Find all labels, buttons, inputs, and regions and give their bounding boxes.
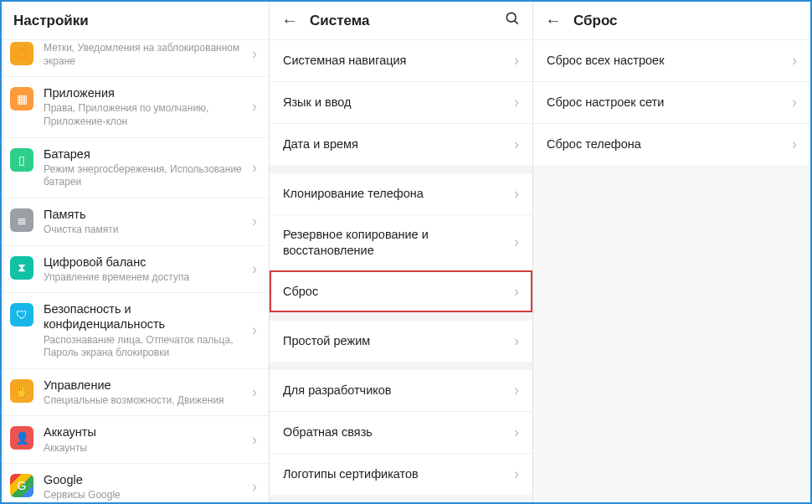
row-subtitle: Метки, Уведомления на заблокированном эк… [44, 42, 247, 68]
row-subtitle: Права, Приложения по умолчанию, Приложен… [44, 102, 247, 128]
settings-row-battery[interactable]: ▯БатареяРежим энергосбережения, Использо… [2, 137, 269, 198]
security-icon: 🛡 [10, 303, 33, 327]
row-title: Google [44, 472, 247, 487]
chevron-right-icon: › [792, 52, 797, 69]
chevron-right-icon: › [792, 94, 797, 111]
accounts-icon: 👤 [10, 426, 33, 450]
battery-icon: ▯ [10, 148, 33, 172]
back-icon[interactable]: ← [281, 11, 298, 30]
settings-row-memory[interactable]: ≣ПамятьОчистка памяти› [2, 198, 269, 245]
memory-icon: ≣ [10, 208, 33, 232]
row-label: Для разработчиков [283, 383, 514, 399]
row-subtitle: Аккаунты [44, 442, 247, 455]
settings-row-accounts[interactable]: 👤АккаунтыАккаунты› [2, 415, 269, 463]
system-row-feedback[interactable]: Обратная связь› [270, 411, 532, 453]
row-label: Резервное копирование и восстановление [283, 227, 514, 259]
system-row-backup[interactable]: Резервное копирование и восстановление› [270, 214, 532, 270]
row-label: Сброс настроек сети [547, 95, 792, 111]
row-title: Безопасность и конфиденциальность [44, 301, 247, 332]
row-subtitle: Очистка памяти [44, 224, 247, 237]
back-icon[interactable]: ← [545, 11, 562, 30]
chevron-right-icon: › [792, 136, 797, 153]
chevron-right-icon: › [514, 234, 519, 251]
system-row-reset[interactable]: Сброс› [270, 270, 532, 312]
reset-row-reset-phone[interactable]: Сброс телефона› [533, 123, 810, 165]
lockscreen-icon: 🔆 [10, 42, 33, 65]
system-row-nav[interactable]: Системная навигация› [270, 40, 532, 81]
pane1-header: Настройки [2, 2, 269, 40]
settings-row-control[interactable]: ✋УправлениеСпециальные возможности, Движ… [2, 368, 269, 416]
apps-icon: ▦ [10, 87, 33, 111]
chevron-right-icon: › [252, 98, 257, 116]
row-subtitle: Распознавание лица, Отпечаток пальца, Па… [44, 334, 247, 360]
search-icon[interactable] [504, 10, 521, 31]
chevron-right-icon: › [252, 159, 257, 177]
settings-list: 🔆Метки, Уведомления на заблокированном э… [2, 40, 269, 502]
pane2-title: Система [310, 13, 370, 29]
row-label: Простой режим [283, 333, 514, 349]
digital-icon: ⧗ [10, 256, 33, 280]
pane3-header: ← Сброс [533, 2, 810, 40]
chevron-right-icon: › [252, 383, 257, 401]
row-title: Память [44, 207, 247, 222]
row-label: Сброс [283, 284, 514, 300]
system-row-simple[interactable]: Простой режим› [270, 321, 532, 362]
row-label: Язык и ввод [283, 95, 514, 111]
row-label: Клонирование телефона [283, 186, 514, 202]
row-label: Дата и время [283, 136, 514, 152]
row-label: Системная навигация [283, 53, 514, 69]
row-subtitle: Специальные возможности, Движения [44, 394, 247, 408]
chevron-right-icon: › [252, 45, 257, 63]
system-row-certs[interactable]: Логотипы сертификатов› [270, 453, 532, 495]
svg-point-0 [506, 13, 516, 22]
svg-line-1 [515, 21, 518, 24]
system-row-dev[interactable]: Для разработчиков› [270, 370, 532, 411]
system-list: Системная навигация›Язык и ввод›Дата и в… [270, 40, 532, 502]
chevron-right-icon: › [514, 465, 519, 483]
settings-row-digital[interactable]: ⧗Цифровой балансУправление временем дост… [2, 245, 269, 293]
row-subtitle: Сервисы Google [44, 489, 247, 502]
row-label: Логотипы сертификатов [283, 466, 514, 482]
chevron-right-icon: › [252, 213, 257, 230]
chevron-right-icon: › [514, 185, 519, 203]
row-title: Батарея [44, 147, 247, 162]
settings-row-security[interactable]: 🛡Безопасность и конфиденциальностьРаспоз… [2, 292, 269, 368]
row-title: Управление [44, 378, 247, 393]
row-label: Сброс всех настроек [547, 53, 792, 69]
chevron-right-icon: › [514, 94, 519, 111]
row-label: Обратная связь [283, 424, 514, 440]
row-label: Сброс телефона [547, 136, 792, 152]
settings-row-google[interactable]: GGoogleСервисы Google› [2, 463, 269, 502]
chevron-right-icon: › [514, 424, 519, 441]
row-title: Цифровой баланс [44, 255, 247, 270]
system-row-date[interactable]: Дата и время› [270, 123, 532, 165]
settings-row-lockscreen[interactable]: 🔆Метки, Уведомления на заблокированном э… [2, 40, 269, 76]
row-subtitle: Режим энергосбережения, Использование ба… [44, 163, 247, 189]
chevron-right-icon: › [514, 136, 519, 153]
system-row-lang[interactable]: Язык и ввод› [270, 81, 532, 123]
row-subtitle: Управление временем доступа [44, 271, 247, 285]
row-title: Аккаунты [44, 424, 247, 440]
pane1-title: Настройки [13, 13, 89, 29]
pane3-title: Сброс [573, 13, 618, 29]
chevron-right-icon: › [252, 321, 257, 339]
chevron-right-icon: › [252, 478, 257, 496]
chevron-right-icon: › [514, 332, 519, 350]
reset-list: Сброс всех настроек›Сброс настроек сети›… [533, 40, 810, 502]
system-row-clone[interactable]: Клонирование телефона› [270, 173, 532, 214]
google-icon: G [10, 474, 33, 497]
control-icon: ✋ [10, 379, 33, 403]
reset-row-reset-network[interactable]: Сброс настроек сети› [533, 81, 810, 123]
chevron-right-icon: › [514, 283, 519, 301]
chevron-right-icon: › [252, 431, 257, 449]
reset-row-reset-all[interactable]: Сброс всех настроек› [533, 40, 810, 81]
pane2-header: ← Система [270, 2, 532, 40]
chevron-right-icon: › [514, 382, 519, 399]
row-title: Приложения [44, 85, 247, 100]
chevron-right-icon: › [514, 52, 519, 69]
settings-row-apps[interactable]: ▦ПриложенияПрава, Приложения по умолчани… [2, 76, 269, 136]
chevron-right-icon: › [252, 260, 257, 278]
